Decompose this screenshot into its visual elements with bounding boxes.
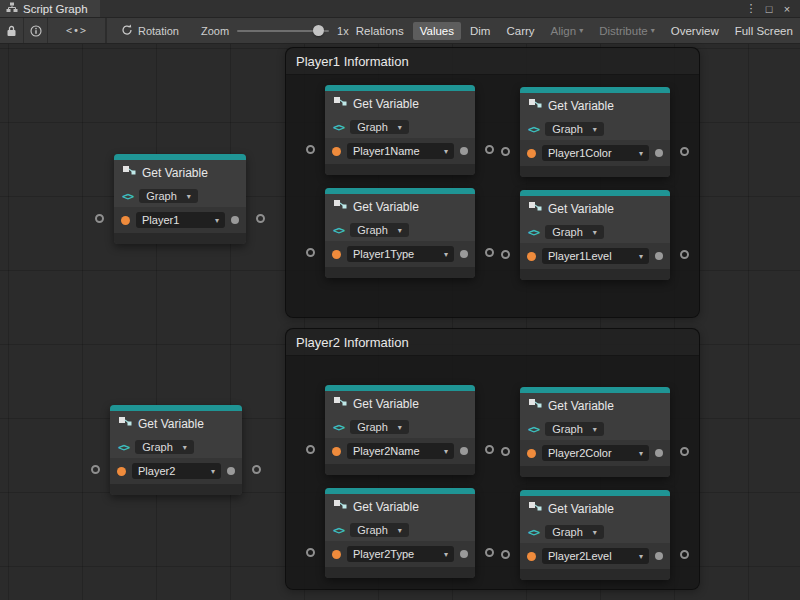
input-port-dot[interactable] <box>332 147 341 156</box>
node-kind-row: <> Graph ▾ <box>110 436 242 458</box>
output-port[interactable] <box>256 214 265 223</box>
variable-dropdown[interactable]: Player1Level ▾ <box>542 248 649 264</box>
output-port-dot[interactable] <box>655 449 663 457</box>
toolbar-button-distribute[interactable]: Distribute ▾ <box>592 22 662 40</box>
variable-dropdown[interactable]: Player2Name ▾ <box>347 443 454 459</box>
toolbar-button-align[interactable]: Align ▾ <box>544 22 591 40</box>
input-port[interactable] <box>501 147 510 156</box>
node-footer <box>325 164 475 175</box>
output-port-dot[interactable] <box>655 252 663 260</box>
zoom-slider-knob[interactable] <box>313 25 324 36</box>
output-port[interactable] <box>485 445 494 454</box>
input-port-dot[interactable] <box>332 447 341 456</box>
kind-dropdown[interactable]: Graph ▾ <box>545 525 604 539</box>
output-port-dot[interactable] <box>655 552 663 560</box>
node-get-variable-player2color[interactable]: Get Variable <> Graph ▾ Player2Color ▾ <box>520 387 670 477</box>
window-menu-icon[interactable]: ⋮ <box>744 2 758 15</box>
code-view-button[interactable]: <•> <box>48 18 106 43</box>
output-port-dot[interactable] <box>460 550 468 558</box>
rotation-control[interactable]: Rotation <box>121 24 179 38</box>
output-port-dot[interactable] <box>227 467 235 475</box>
variable-dropdown[interactable]: Player2 ▾ <box>132 463 221 479</box>
variable-dropdown[interactable]: Player2Type ▾ <box>347 546 454 562</box>
input-port-dot[interactable] <box>332 550 341 559</box>
input-port[interactable] <box>306 248 315 257</box>
output-port-dot[interactable] <box>460 447 468 455</box>
kind-dropdown[interactable]: Graph ▾ <box>545 122 604 136</box>
node-header: Get Variable <box>325 494 475 519</box>
toolbar-button-overview[interactable]: Overview <box>664 22 726 40</box>
kind-dropdown[interactable]: Graph ▾ <box>350 120 409 134</box>
node-title: Get Variable <box>548 99 614 113</box>
input-port-dot[interactable] <box>527 252 536 261</box>
toolbar-button-values[interactable]: Values <box>413 22 461 40</box>
node-get-variable-player1[interactable]: Get Variable <> Graph ▾ Player1 ▾ <box>114 154 246 244</box>
input-port[interactable] <box>306 145 315 154</box>
node-get-variable-player1level[interactable]: Get Variable <> Graph ▾ Player1Level ▾ <box>520 190 670 280</box>
node-get-variable-player1type[interactable]: Get Variable <> Graph ▾ Player1Type ▾ <box>325 188 475 278</box>
input-port-dot[interactable] <box>332 250 341 259</box>
input-port[interactable] <box>306 445 315 454</box>
variable-dropdown[interactable]: Player1Type ▾ <box>347 246 454 262</box>
node-port-row: Player1Color ▾ <box>520 140 670 166</box>
toolbar-button-full-screen[interactable]: Full Screen <box>728 22 800 40</box>
kind-dropdown[interactable]: Graph ▾ <box>350 523 409 537</box>
graph-code-icon: <> <box>333 224 344 237</box>
output-port-dot[interactable] <box>231 216 239 224</box>
node-get-variable-player2level[interactable]: Get Variable <> Graph ▾ Player2Level ▾ <box>520 490 670 580</box>
output-port-dot[interactable] <box>655 149 663 157</box>
kind-dropdown[interactable]: Graph ▾ <box>350 420 409 434</box>
lock-button[interactable] <box>0 18 24 43</box>
output-port[interactable] <box>680 550 689 559</box>
output-port[interactable] <box>485 145 494 154</box>
toolbar-button-relations[interactable]: Relations <box>349 22 411 40</box>
toolbar-button-dim[interactable]: Dim <box>463 22 497 40</box>
window-close-icon[interactable]: × <box>780 3 794 15</box>
output-port[interactable] <box>485 248 494 257</box>
output-port[interactable] <box>485 548 494 557</box>
output-port[interactable] <box>252 465 261 474</box>
input-port[interactable] <box>501 447 510 456</box>
tab-script-graph[interactable]: Script Graph <box>0 0 100 17</box>
node-header: Get Variable <box>114 160 246 185</box>
toolbar-button-carry[interactable]: Carry <box>499 22 541 40</box>
kind-dropdown[interactable]: Graph ▾ <box>545 225 604 239</box>
input-port-dot[interactable] <box>121 216 130 225</box>
toolbar-buttons: Relations Values Dim Carry Align ▾ Distr… <box>349 22 800 40</box>
input-port[interactable] <box>95 214 104 223</box>
input-port[interactable] <box>501 250 510 259</box>
kind-dropdown[interactable]: Graph ▾ <box>545 422 604 436</box>
input-port-dot[interactable] <box>527 552 536 561</box>
output-port-dot[interactable] <box>460 250 468 258</box>
kind-dropdown[interactable]: Graph ▾ <box>139 189 198 203</box>
graph-canvas[interactable]: Player1 Information Player2 Information … <box>0 44 800 600</box>
node-get-variable-player1color[interactable]: Get Variable <> Graph ▾ Player1Color ▾ <box>520 87 670 177</box>
node-get-variable-player1name[interactable]: Get Variable <> Graph ▾ Player1Name ▾ <box>325 85 475 175</box>
variable-dropdown[interactable]: Player2Color ▾ <box>542 445 649 461</box>
output-port[interactable] <box>680 250 689 259</box>
input-port-dot[interactable] <box>527 449 536 458</box>
variable-dropdown[interactable]: Player1Color ▾ <box>542 145 649 161</box>
node-get-variable-player2name[interactable]: Get Variable <> Graph ▾ Player2Name ▾ <box>325 385 475 475</box>
node-get-variable-player2type[interactable]: Get Variable <> Graph ▾ Player2Type ▾ <box>325 488 475 578</box>
kind-dropdown[interactable]: Graph ▾ <box>135 440 194 454</box>
input-port[interactable] <box>91 465 100 474</box>
variable-dropdown[interactable]: Player1 ▾ <box>136 212 225 228</box>
variable-dropdown[interactable]: Player1Name ▾ <box>347 143 454 159</box>
output-port[interactable] <box>680 147 689 156</box>
input-port-dot[interactable] <box>117 467 126 476</box>
info-button[interactable] <box>24 18 48 43</box>
node-get-variable-player2[interactable]: Get Variable <> Graph ▾ Player2 ▾ <box>110 405 242 495</box>
zoom-slider[interactable] <box>237 25 329 37</box>
output-port[interactable] <box>680 447 689 456</box>
output-port-dot[interactable] <box>460 147 468 155</box>
window-maximize-icon[interactable]: □ <box>762 3 776 15</box>
kind-dropdown[interactable]: Graph ▾ <box>350 223 409 237</box>
input-port[interactable] <box>306 548 315 557</box>
node-footer <box>325 464 475 475</box>
variable-dropdown[interactable]: Player2Level ▾ <box>542 548 649 564</box>
graph-code-icon: <> <box>333 524 344 537</box>
input-port-dot[interactable] <box>527 149 536 158</box>
variable-icon <box>333 395 347 413</box>
input-port[interactable] <box>501 550 510 559</box>
